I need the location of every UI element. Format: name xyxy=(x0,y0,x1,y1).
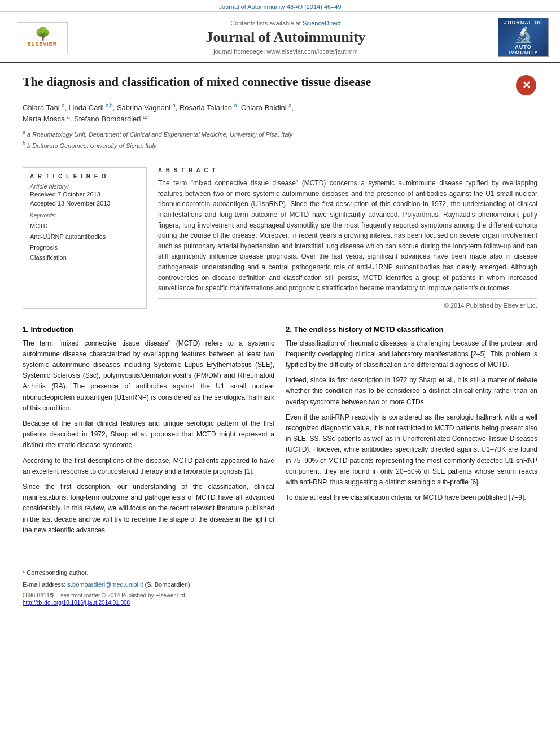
sciencedirect-prefix: Contents lists available at xyxy=(230,20,303,27)
journal-ref: Journal of Autoimmunity 48-49 (2014) 46–… xyxy=(218,3,341,10)
section2-para3: Even if the anti-RNP reactivity is consi… xyxy=(286,412,537,488)
journal-logo-right: JOURNAL OF 🔬 AUTO IMMUNITY xyxy=(498,18,549,57)
elsevier-logo-container: 🌳 ELSEVIER xyxy=(11,22,73,53)
logo-right-text1: JOURNAL OF xyxy=(504,20,542,25)
elsevier-logo: 🌳 ELSEVIER xyxy=(17,22,68,53)
section1-para2: Because of the similar clinical features… xyxy=(23,418,274,451)
logo-right-text3: IMMUNITY xyxy=(509,50,539,55)
section2-para1: The classification of rheumatic diseases… xyxy=(286,338,537,371)
keyword-3: Prognosis xyxy=(30,242,139,253)
crossmark-container: ✕ xyxy=(515,74,537,97)
col-left: 1. Introduction The term "mixed connecti… xyxy=(23,325,274,540)
top-bar: Journal of Autoimmunity 48-49 (2014) 46–… xyxy=(0,0,560,12)
section1-para1: The term "mixed connective tissue diseas… xyxy=(23,338,274,414)
history-label: Article history: xyxy=(30,183,139,190)
section1-heading: 1. Introduction xyxy=(23,325,274,334)
copyright: © 2014 Published by Elsevier Ltd. xyxy=(158,298,537,309)
journal-homepage: journal homepage: www.elsevier.com/locat… xyxy=(85,48,487,55)
info-abstract: A R T I C L E I N F O Article history: R… xyxy=(23,167,537,309)
keyword-2: Anti-U1RNP autoantibodies xyxy=(30,231,139,242)
elsevier-label: ELSEVIER xyxy=(28,41,58,47)
article-info-title: A R T I C L E I N F O xyxy=(30,173,139,180)
col-right: 2. The endless history of MCTD classific… xyxy=(286,325,537,540)
abstract-text: The term "mixed connective tissue diseas… xyxy=(158,178,537,294)
article-body: The diagnosis and classification of mixe… xyxy=(0,63,560,552)
main-content: 1. Introduction The term "mixed connecti… xyxy=(23,325,537,540)
affiliations: a a Rheumatology Unit, Department of Cli… xyxy=(23,128,537,151)
footer: * Corresponding author. E-mail address: … xyxy=(0,563,560,611)
logo-right-icon: 🔬 xyxy=(514,25,533,44)
elsevier-tree-icon: 🌳 xyxy=(35,28,50,40)
issn-line: 0896-8411/$ – see front matter © 2014 Pu… xyxy=(23,592,537,599)
page: Journal of Autoimmunity 48-49 (2014) 46–… xyxy=(0,0,560,747)
section1-para4: Since the first description, our underst… xyxy=(23,482,274,536)
email-suffix: (S. Bombardieri). xyxy=(145,581,192,588)
section2-heading: 2. The endless history of MCTD classific… xyxy=(286,325,537,334)
keyword-1: MCTD xyxy=(30,221,139,231)
email-link[interactable]: s.bombardieri@med.unipi.it xyxy=(67,581,145,588)
corresponding-author: * Corresponding author. xyxy=(23,568,537,578)
authors: Chiara Tani a, Linda Carli a,b, Sabrina … xyxy=(23,102,537,125)
section1-para3: According to the first descriptions of t… xyxy=(23,456,274,477)
crossmark-icon: ✕ xyxy=(516,75,536,95)
affiliation-a: a a Rheumatology Unit, Department of Cli… xyxy=(23,128,537,139)
doi-line: http://dx.doi.org/10.1016/j.jaut.2014.01… xyxy=(23,600,537,606)
abstract-section: A B S T R A C T The term "mixed connecti… xyxy=(158,167,537,309)
journal-title: Journal of Autoimmunity xyxy=(85,29,487,46)
journal-center: Contents lists available at ScienceDirec… xyxy=(73,20,498,55)
email-label: E-mail address: xyxy=(23,581,67,588)
keywords-label: Keywords: xyxy=(30,212,139,219)
journal-header: 🌳 ELSEVIER Contents lists available at S… xyxy=(0,12,560,63)
accepted-date: Accepted 13 November 2013 xyxy=(30,200,139,207)
article-info: A R T I C L E I N F O Article history: R… xyxy=(23,167,147,309)
logo-right-text2: AUTO xyxy=(515,44,531,50)
abstract-title: A B S T R A C T xyxy=(158,167,537,173)
sciencedirect-anchor[interactable]: ScienceDirect xyxy=(303,20,341,27)
received-date: Received 7 October 2013 xyxy=(30,191,139,198)
sciencedirect-link-text: ScienceDirect xyxy=(303,20,341,27)
article-title-section: The diagnosis and classification of mixe… xyxy=(23,74,537,97)
doi-link[interactable]: http://dx.doi.org/10.1016/j.jaut.2014.01… xyxy=(23,600,130,606)
section2-para4: To date at least three classification cr… xyxy=(286,492,537,503)
affiliation-b: b b Dottorato Genomec, University of Sie… xyxy=(23,139,537,151)
article-title: The diagnosis and classification of mixe… xyxy=(23,74,515,90)
email-text: s.bombardieri@med.unipi.it xyxy=(67,581,143,588)
section2-para2: Indeed, since its first description in 1… xyxy=(286,375,537,408)
sciencedirect-link: Contents lists available at ScienceDirec… xyxy=(85,20,487,27)
keyword-4: Classification xyxy=(30,252,139,263)
divider-1 xyxy=(23,160,537,160)
email-line: E-mail address: s.bombardieri@med.unipi.… xyxy=(23,580,537,590)
divider-2 xyxy=(23,318,537,318)
